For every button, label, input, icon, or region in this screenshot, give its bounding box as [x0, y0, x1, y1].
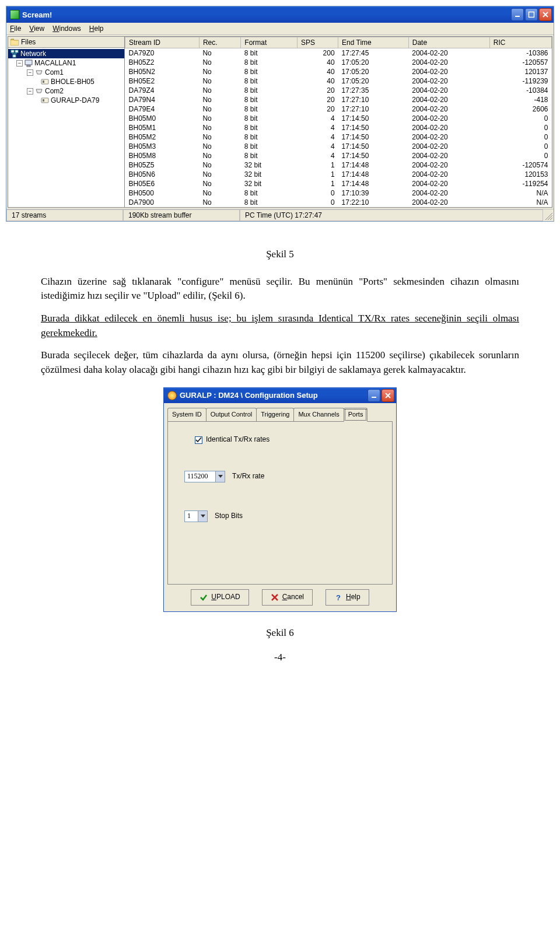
menu-bar: File View Windows Help [6, 23, 554, 35]
table-row[interactable]: BH05E6No32 bit117:14:482004-02-20-119254 [125, 179, 552, 188]
cell: 2004-02-20 [408, 67, 489, 76]
cell: 120153 [489, 170, 551, 179]
tab-system-id[interactable]: System ID [167, 408, 206, 421]
cell: 17:14:48 [338, 170, 409, 179]
col-sps[interactable]: SPS [297, 37, 338, 48]
col-date[interactable]: Date [408, 37, 489, 48]
menu-view[interactable]: View [29, 25, 44, 33]
cell: 17:27:10 [338, 95, 409, 104]
stopbits-input[interactable] [185, 511, 198, 522]
tab-ports[interactable]: Ports [344, 408, 368, 422]
txrx-combo[interactable] [184, 471, 225, 482]
dialog-minimize-button[interactable] [368, 389, 380, 402]
cell: 0 [489, 151, 551, 160]
help-button[interactable]: ? Help [326, 589, 369, 605]
cell: 2004-02-20 [408, 86, 489, 95]
table-row[interactable]: DA79Z0No8 bit20017:27:452004-02-20-10386 [125, 48, 552, 58]
cell: 8 bit [241, 58, 298, 67]
cell: No [199, 151, 240, 160]
table-row[interactable]: BH05N6No32 bit117:14:482004-02-20120153 [125, 170, 552, 179]
tab-triggering[interactable]: Triggering [256, 408, 294, 421]
figure-caption-5: Şekil 5 [41, 247, 519, 262]
table-row[interactable]: BH05M3No8 bit417:14:502004-02-200 [125, 142, 552, 151]
minimize-button[interactable] [511, 8, 524, 21]
tree-panel: Files Network − MACALLAN1 − Com1 [8, 37, 125, 207]
table-row[interactable]: BH05Z5No32 bit117:14:482004-02-20-120574 [125, 160, 552, 170]
col-end-time[interactable]: End Time [338, 37, 409, 48]
cell: N/A [489, 188, 551, 198]
cell: BH05M1 [125, 123, 200, 132]
cell: No [199, 188, 240, 198]
table-row[interactable]: DA7900No8 bit017:22:102004-02-20N/A [125, 198, 552, 207]
expander-icon[interactable]: − [16, 60, 23, 67]
cell: 4 [297, 132, 338, 142]
tree-com1[interactable]: − Com1 [8, 68, 124, 77]
tree-host[interactable]: − MACALLAN1 [8, 58, 124, 68]
expander-icon[interactable]: − [27, 69, 33, 76]
tree-header[interactable]: Files [8, 37, 124, 48]
table-row[interactable]: BH05M1No8 bit417:14:502004-02-200 [125, 123, 552, 132]
menu-file[interactable]: File [10, 25, 21, 33]
cell: 2004-02-20 [408, 104, 489, 114]
cell: BH05M0 [125, 114, 200, 123]
maximize-button[interactable] [525, 8, 538, 21]
resize-grip-icon[interactable] [543, 209, 554, 221]
cell: 17:22:10 [338, 198, 409, 207]
table-row[interactable]: BH05M2No8 bit417:14:502004-02-200 [125, 132, 552, 142]
cancel-button[interactable]: Cancel [262, 589, 313, 605]
dropdown-icon[interactable] [198, 511, 207, 522]
svg-rect-3 [15, 50, 18, 53]
cell: 32 bit [241, 170, 298, 179]
tab-mux-channels[interactable]: Mux Channels [293, 408, 344, 421]
table-row[interactable]: DA79E4No8 bit2017:27:102004-02-202606 [125, 104, 552, 114]
cell: No [199, 104, 240, 114]
table-row[interactable]: BH05M0No8 bit417:14:502004-02-200 [125, 114, 552, 123]
col-stream-id[interactable]: Stream ID [125, 37, 200, 48]
upload-button[interactable]: UPLOAD [191, 589, 249, 605]
cell: 2004-02-20 [408, 179, 489, 188]
cell: 2004-02-20 [408, 142, 489, 151]
tree-device-bhole[interactable]: BHOLE-BH05 [8, 77, 124, 86]
expander-icon[interactable]: − [27, 88, 33, 95]
device-icon [41, 96, 49, 104]
cell: 0 [489, 114, 551, 123]
svg-rect-0 [515, 16, 520, 17]
tab-strip: System ID Output Control Triggering Mux … [164, 403, 396, 421]
close-button[interactable] [539, 8, 552, 21]
cell: DA7900 [125, 198, 200, 207]
menu-help[interactable]: Help [89, 25, 104, 33]
status-streams: 17 streams [6, 209, 123, 221]
cell: 8 bit [241, 132, 298, 142]
table-row[interactable]: DA79Z4No8 bit2017:27:352004-02-20-10384 [125, 86, 552, 95]
table-row[interactable]: BH05N2No8 bit4017:05:202004-02-20120137 [125, 67, 552, 76]
table-row[interactable]: BH05M8No8 bit417:14:502004-02-200 [125, 151, 552, 160]
cell: DA79Z4 [125, 86, 200, 95]
cell: 17:14:50 [338, 142, 409, 151]
table-row[interactable]: BH05Z2No8 bit4017:05:202004-02-20-120557 [125, 58, 552, 67]
tree-device-guralp[interactable]: GURALP-DA79 [8, 96, 124, 105]
cell: No [199, 58, 240, 67]
table-row[interactable]: BH05E2No8 bit4017:05:202004-02-20-119239 [125, 76, 552, 86]
txrx-input[interactable] [185, 471, 215, 482]
identical-checkbox[interactable] [195, 436, 202, 444]
table-row[interactable]: DA79N4No8 bit2017:27:102004-02-20-418 [125, 95, 552, 104]
menu-windows[interactable]: Windows [52, 25, 81, 33]
stopbits-combo[interactable] [184, 510, 208, 522]
table-row[interactable]: BH0500No8 bit017:10:392004-02-20N/A [125, 188, 552, 198]
col-format[interactable]: Format [241, 37, 298, 48]
dialog-close-button[interactable] [382, 389, 394, 402]
title-bar[interactable]: Scream! [6, 6, 554, 23]
cell: 8 bit [241, 142, 298, 151]
tab-output-control[interactable]: Output Control [206, 408, 257, 421]
tree-root-network[interactable]: Network [8, 49, 124, 58]
cell: 17:27:35 [338, 86, 409, 95]
col-rec[interactable]: Rec. [199, 37, 240, 48]
cell: No [199, 114, 240, 123]
cell: 0 [297, 188, 338, 198]
cell: 2004-02-20 [408, 160, 489, 170]
col-ric[interactable]: RIC [489, 37, 551, 48]
dropdown-icon[interactable] [215, 471, 225, 482]
cell: 8 bit [241, 95, 298, 104]
dialog-title-bar[interactable]: GURALP : DM24 \ Configuration Setup [164, 388, 396, 403]
tree-com2[interactable]: − Com2 [8, 86, 124, 96]
